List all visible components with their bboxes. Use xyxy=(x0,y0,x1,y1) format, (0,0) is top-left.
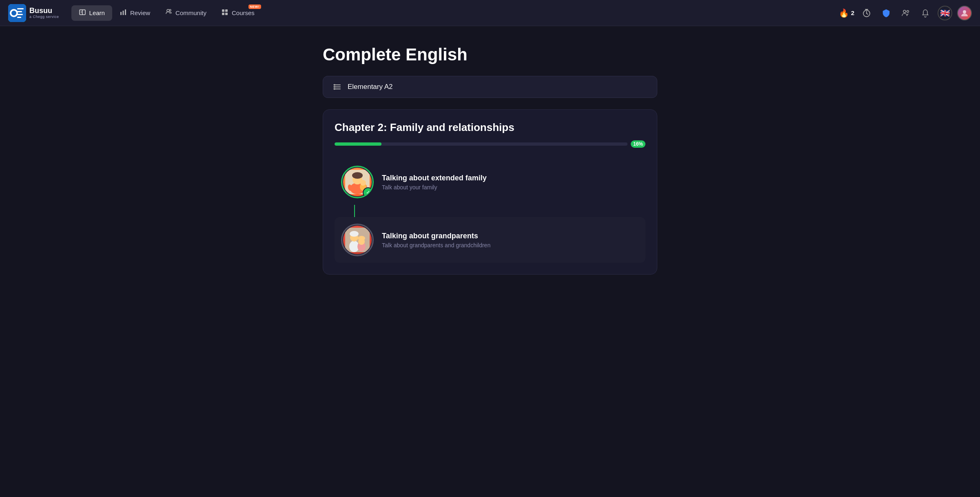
level-text: Elementary A2 xyxy=(348,83,393,91)
nav-right: 🔥 2 xyxy=(839,6,972,20)
svg-rect-6 xyxy=(17,17,21,18)
logo-icon xyxy=(8,4,26,22)
svg-rect-14 xyxy=(125,9,126,15)
streak-count: 2 xyxy=(851,9,854,16)
lesson-connector-line xyxy=(354,205,355,217)
svg-point-2 xyxy=(11,11,16,16)
bell-button[interactable] xyxy=(918,6,933,20)
lesson-item-1[interactable]: ✓ Talking about extended family Talk abo… xyxy=(335,159,645,205)
progress-bar-fill xyxy=(335,142,381,146)
svg-rect-12 xyxy=(120,12,122,15)
nav-item-learn[interactable]: Learn xyxy=(71,5,112,21)
shield-button[interactable] xyxy=(879,6,894,20)
svg-point-45 xyxy=(360,180,366,186)
nav-links: Learn Review Community xyxy=(71,5,839,21)
svg-rect-20 xyxy=(225,13,228,15)
nav-label-review: Review xyxy=(130,9,150,16)
user-avatar[interactable] xyxy=(957,6,972,20)
svg-rect-19 xyxy=(222,13,224,15)
users-button[interactable] xyxy=(898,6,913,20)
language-flag[interactable]: 🇬🇧 xyxy=(938,6,952,20)
svg-rect-18 xyxy=(225,9,228,12)
logo-brand: Busuu xyxy=(29,7,59,15)
svg-point-35 xyxy=(334,84,335,86)
streak-stat: 🔥 2 xyxy=(839,8,854,18)
svg-point-28 xyxy=(963,10,966,13)
svg-point-15 xyxy=(167,9,169,12)
logo[interactable]: Busuu a Chegg service xyxy=(8,4,59,22)
svg-point-36 xyxy=(334,86,335,88)
svg-point-16 xyxy=(169,9,171,11)
lesson-avatar-2 xyxy=(341,224,374,256)
lesson-title-2: Talking about grandparents xyxy=(382,232,639,240)
svg-point-37 xyxy=(334,88,335,90)
svg-rect-17 xyxy=(222,9,224,12)
lesson-info-2: Talking about grandparents Talk about gr… xyxy=(382,232,639,248)
courses-icon xyxy=(221,9,228,18)
svg-line-23 xyxy=(867,13,868,14)
new-badge: NEW! xyxy=(248,4,261,9)
progress-bar-bg xyxy=(335,142,627,146)
svg-point-52 xyxy=(358,236,365,241)
logo-text: Busuu a Chegg service xyxy=(29,7,59,19)
nav-item-community[interactable]: Community xyxy=(157,5,214,21)
svg-rect-4 xyxy=(17,11,22,12)
review-icon xyxy=(120,9,127,18)
svg-rect-3 xyxy=(17,8,24,9)
timer-button[interactable] xyxy=(859,6,874,20)
navbar: Busuu a Chegg service Learn xyxy=(0,0,980,26)
lesson-avatar-1: ✓ xyxy=(341,166,374,198)
svg-point-27 xyxy=(907,10,909,12)
lesson-info-1: Talking about extended family Talk about… xyxy=(382,174,639,191)
learn-icon xyxy=(79,9,86,18)
nav-label-community: Community xyxy=(175,9,206,16)
main-content: Complete English Elementary A2 Chapter 2… xyxy=(306,0,674,275)
progress-container: 16% xyxy=(335,140,645,148)
svg-rect-13 xyxy=(122,11,124,15)
lessons-container: ✓ Talking about extended family Talk abo… xyxy=(335,159,645,263)
svg-rect-8 xyxy=(80,10,82,15)
chapter-title: Chapter 2: Family and relationships xyxy=(335,121,645,134)
level-selector[interactable]: Elementary A2 xyxy=(323,76,657,98)
nav-label-courses: Courses xyxy=(232,9,255,16)
svg-rect-5 xyxy=(17,14,23,15)
svg-point-26 xyxy=(903,10,906,13)
chapter-card: Chapter 2: Family and relationships 16% xyxy=(323,109,657,275)
logo-sub: a Chegg service xyxy=(29,15,59,19)
svg-point-41 xyxy=(352,172,363,179)
nav-item-courses[interactable]: Courses NEW! xyxy=(214,5,262,21)
level-icon xyxy=(333,83,342,91)
lesson-subtitle-1: Talk about your family xyxy=(382,184,639,191)
page-title: Complete English xyxy=(323,45,657,64)
svg-point-49 xyxy=(350,231,359,237)
progress-label: 16% xyxy=(631,140,645,148)
lesson-item-2[interactable]: Talking about grandparents Talk about gr… xyxy=(335,217,645,263)
community-icon xyxy=(165,9,172,18)
lesson-avatar-image-2 xyxy=(343,226,372,254)
flame-icon: 🔥 xyxy=(839,8,849,18)
lesson-title-1: Talking about extended family xyxy=(382,174,639,182)
nav-label-learn: Learn xyxy=(89,9,105,16)
nav-item-review[interactable]: Review xyxy=(112,5,157,21)
checkmark-badge-1: ✓ xyxy=(363,187,373,198)
lesson-subtitle-2: Talk about grandparents and grandchildre… xyxy=(382,242,639,248)
